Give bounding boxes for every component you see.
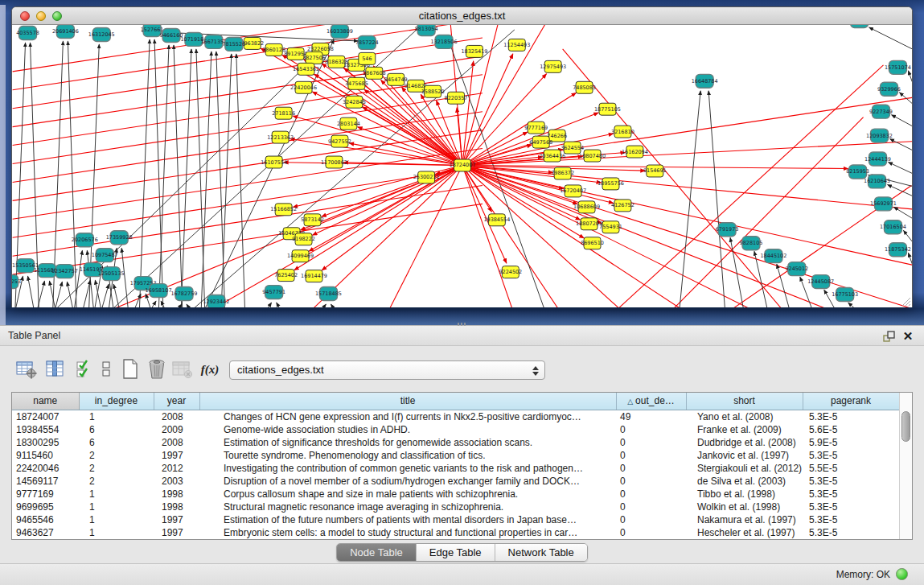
graph-node[interactable]: 12444139 [864,152,891,166]
table-row[interactable]: 2242004622012Investigating the contribut… [12,462,899,475]
graph-node[interactable]: 16312045 [88,27,115,41]
table-row[interactable]: 1456911722003Disruption of a novel membe… [12,475,899,488]
graph-node[interactable]: 3860128 [262,43,285,56]
tab-network-table[interactable]: Network Table [495,544,587,561]
toggle-columns-icon[interactable] [43,357,68,381]
graph-node[interactable]: 9329966 [877,82,901,96]
graph-node[interactable]: 16210643 [864,175,890,188]
graph-node[interactable]: 2718116 [272,107,295,119]
graph-node[interactable]: 18955756 [598,178,624,190]
graph-node[interactable]: 16782759 [171,287,198,301]
graph-node[interactable]: 7625402 [274,270,298,282]
graph-node[interactable]: 10807480 [579,150,606,162]
graph-node[interactable]: 9427552 [328,135,351,147]
graph-node[interactable]: 4126752 [611,200,634,212]
graph-node[interactable]: 8813054 [415,25,438,35]
minimize-window-button[interactable] [36,11,46,21]
graph-node[interactable]: 7986372 [551,167,574,179]
graph-node[interactable]: 20691406 [52,25,79,38]
table-settings-icon[interactable] [14,357,39,381]
graph-node[interactable]: 12093832 [866,129,893,142]
graph-node[interactable]: 10688609 [573,201,600,213]
column-header-year[interactable]: year [154,393,199,410]
graph-node[interactable]: 18445102 [760,249,786,263]
new-table-icon[interactable] [118,357,142,381]
graph-node[interactable]: 3242845 [343,96,366,108]
graph-node[interactable]: 546 [359,52,376,64]
graph-node[interactable]: 9357253 [12,275,21,289]
graph-node[interactable]: 18325419 [461,45,487,57]
column-header-out_de[interactable]: △out_de… [616,393,686,410]
graph-node[interactable]: 9227349 [869,105,893,118]
close-window-button[interactable] [20,11,30,21]
delete-rows-icon[interactable] [145,357,169,381]
graph-node[interactable]: 4035578 [16,26,39,39]
graph-node[interactable]: 15692971 [870,197,897,211]
column-header-in_degree[interactable]: in_degree [79,393,154,410]
graph-node[interactable]: 10975487 [92,249,118,262]
graph-node[interactable]: 9457791 [262,286,285,299]
graph-node[interactable]: 15718485 [315,287,342,301]
graph-node[interactable]: 3827506 [302,51,326,64]
graph-node[interactable]: 2867608 [363,67,386,79]
float-panel-icon[interactable] [882,330,895,343]
graph-node[interactable]: 11700862 [321,156,347,168]
graph-node[interactable]: 9198222 [292,233,315,245]
graph-node[interactable]: 13218506 [431,35,458,48]
table-row[interactable]: 1938455462009Genome-wide association stu… [12,423,899,436]
graph-node[interactable]: 7815526 [222,37,245,51]
graph-node[interactable]: 5873142 [301,214,324,226]
graph-node[interactable]: 8220357 [445,92,468,104]
graph-node[interactable]: 15751074 [885,60,911,74]
column-header-title[interactable]: title [199,393,616,410]
table-row[interactable]: 946362711997Embryonic stem cells: a mode… [12,526,899,539]
graph-node[interactable]: 17359928 [106,231,133,245]
graph-node[interactable]: 8215953 [846,165,869,179]
graph-node[interactable]: 1588520 [421,85,445,97]
graph-node[interactable]: 7554931 [599,221,622,233]
graph-node[interactable]: 16648784 [692,74,718,88]
graph-node[interactable]: 12975493 [540,60,566,72]
graph-node[interactable]: 3475685 [345,77,368,89]
column-header-pagerank[interactable]: pagerank [803,393,899,410]
graph-node[interactable]: 8696510 [581,237,604,249]
tab-node-table[interactable]: Node Table [337,544,416,561]
graph-node[interactable]: 19384554 [483,214,510,226]
graph-node[interactable]: 11875342 [885,243,911,257]
graph-node[interactable]: 12213363 [267,131,294,143]
network-canvas[interactable]: 7963822386012889129542322605838275068186… [12,25,912,307]
network-graph[interactable]: 7963822386012889129542322605838275068186… [12,25,912,307]
graph-node[interactable]: 9828105 [740,237,763,250]
graph-node[interactable]: 20206576 [72,233,98,247]
window-resize-grip-icon[interactable] [900,295,911,307]
graph-node[interactable]: 11254493 [503,39,530,51]
graph-node[interactable]: 3216810 [611,126,634,138]
function-builder-icon[interactable]: f(x) [198,357,222,381]
graph-node[interactable]: 7857224 [355,35,379,49]
graph-node[interactable]: 16033809 [326,25,353,38]
graph-node[interactable]: 6497568 [529,136,552,148]
graph-node[interactable]: 6791973 [716,223,739,237]
graph-node[interactable]: 9154691 [643,165,667,177]
select-columns-icon[interactable] [72,357,97,381]
table-scrollbar[interactable] [899,393,912,539]
graph-node[interactable]: 16914479 [301,270,327,282]
table-row[interactable]: 1872400712008Changes of HCN gene express… [12,410,899,423]
table-row[interactable]: 946554611997Estimation of the future num… [12,513,899,526]
table-row[interactable]: 911546021997Tourette syndrome. Phenomeno… [12,449,899,462]
graph-node[interactable]: 9466160 [160,28,183,42]
graph-node[interactable]: 16107554 [261,156,287,168]
graph-node[interactable]: 9224502 [499,266,522,278]
table-row[interactable]: 977716911998Corpus callosum shape and si… [12,488,899,501]
graph-node[interactable]: 17016504 [880,220,906,234]
graph-node[interactable]: 16775103 [832,288,858,302]
tab-edge-table[interactable]: Edge Table [416,544,495,561]
column-header-short[interactable]: short [686,393,803,410]
table-selector[interactable]: citations_edges.txt [229,360,545,380]
graph-node[interactable]: 16543362 [293,63,319,75]
network-window-titlebar[interactable]: citations_edges.txt [12,7,912,25]
column-header-name[interactable]: name [12,393,79,410]
maximize-window-button[interactable] [52,11,62,21]
table-row[interactable]: 1830029562008Estimation of significance … [12,436,899,449]
graph-node[interactable]: 9777169 [524,122,548,134]
